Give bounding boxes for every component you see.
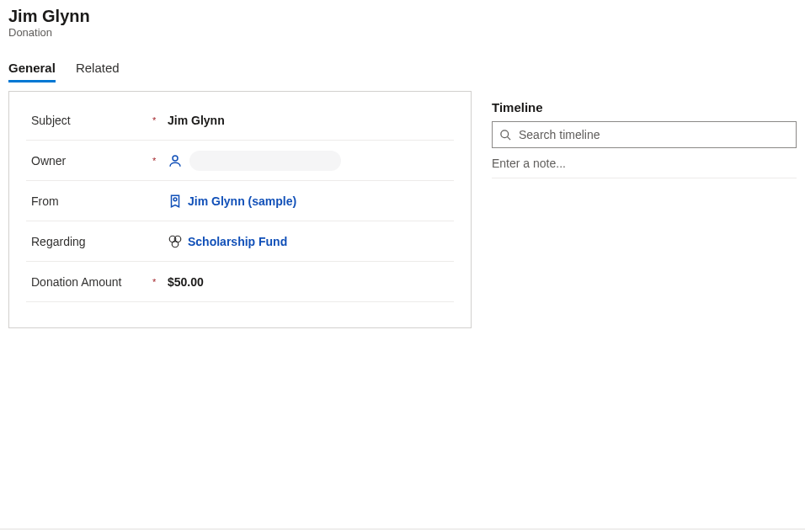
- form-panel: Subject * Jim Glynn Owner * From: [8, 91, 472, 328]
- record-title: Jim Glynn: [8, 7, 797, 26]
- field-subject-value: Jim Glynn: [168, 114, 454, 127]
- tab-related[interactable]: Related: [76, 61, 120, 82]
- field-subject[interactable]: Subject * Jim Glynn: [26, 100, 454, 141]
- field-owner-label: Owner: [26, 154, 152, 168]
- svg-line-6: [507, 136, 510, 140]
- field-subject-label: Subject: [26, 114, 152, 127]
- tabs: General Related: [0, 44, 805, 82]
- timeline-search-box[interactable]: [492, 121, 797, 148]
- field-from-label: From: [26, 194, 152, 208]
- field-regarding-value: Scholarship Fund: [168, 234, 454, 249]
- contact-icon: [168, 194, 183, 209]
- field-owner-value: [168, 151, 454, 171]
- note-entry[interactable]: Enter a note...: [492, 148, 797, 178]
- record-subtitle: Donation: [8, 26, 797, 39]
- svg-point-4: [172, 241, 179, 247]
- field-from[interactable]: From Jim Glynn (sample): [26, 181, 454, 221]
- field-regarding[interactable]: Regarding Scholarship Fund: [26, 221, 454, 262]
- timeline-panel: Timeline Enter a note...: [492, 91, 797, 328]
- svg-point-5: [501, 130, 509, 137]
- field-regarding-label: Regarding: [26, 235, 152, 248]
- search-icon: [499, 129, 512, 141]
- page-divider: [0, 529, 805, 529]
- from-link[interactable]: Jim Glynn (sample): [188, 194, 296, 208]
- tab-general[interactable]: General: [8, 61, 56, 82]
- required-marker: *: [152, 156, 168, 166]
- field-donation-amount-label: Donation Amount: [26, 275, 152, 289]
- svg-point-0: [173, 156, 178, 161]
- required-marker: *: [152, 277, 168, 287]
- field-from-value: Jim Glynn (sample): [168, 194, 454, 209]
- person-icon: [168, 153, 183, 168]
- regarding-link[interactable]: Scholarship Fund: [188, 235, 287, 248]
- required-marker: *: [152, 115, 168, 125]
- timeline-title: Timeline: [492, 100, 797, 114]
- svg-point-1: [173, 197, 177, 200]
- regarding-icon: [168, 234, 183, 249]
- owner-placeholder: [189, 151, 341, 171]
- field-donation-amount[interactable]: Donation Amount * $50.00: [26, 262, 454, 302]
- field-donation-amount-value: $50.00: [168, 275, 454, 289]
- timeline-search-input[interactable]: [519, 128, 789, 141]
- field-owner[interactable]: Owner *: [26, 141, 454, 181]
